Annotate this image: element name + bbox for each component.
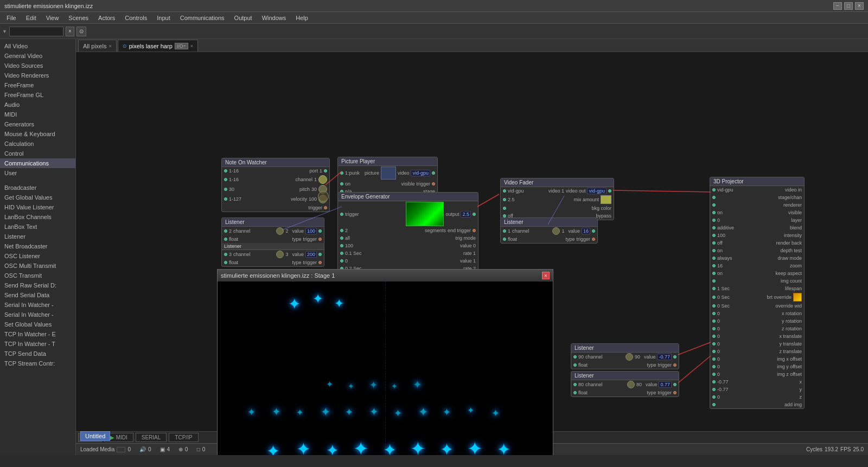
- tab-close-icon[interactable]: ×: [190, 43, 193, 49]
- input-port[interactable]: [712, 312, 716, 315]
- menu-controls[interactable]: Controls: [120, 14, 151, 22]
- input-port[interactable]: [712, 203, 716, 207]
- input-port[interactable]: [712, 373, 716, 376]
- sidebar-item-serial-in-watcher-1[interactable]: Serial In Watcher -: [0, 300, 75, 310]
- node-picture-player[interactable]: Picture Player 1:punk picture video vid-…: [337, 157, 438, 196]
- menu-actors[interactable]: Actors: [94, 14, 119, 22]
- sidebar-item-all-video[interactable]: All Video: [0, 41, 75, 51]
- camera-button[interactable]: ⊙: [76, 27, 86, 36]
- clear-search-button[interactable]: ×: [66, 27, 74, 36]
- sidebar-item-get-global-values[interactable]: Get Global Values: [0, 193, 75, 202]
- input-port[interactable]: [712, 211, 716, 214]
- sidebar-item-user[interactable]: User: [0, 168, 75, 178]
- input-port[interactable]: [712, 241, 716, 245]
- input-port[interactable]: [224, 253, 227, 256]
- input-port[interactable]: [224, 229, 227, 233]
- input-port[interactable]: [573, 383, 577, 386]
- input-port[interactable]: [712, 327, 716, 330]
- input-port[interactable]: [712, 319, 716, 323]
- input-port[interactable]: [503, 189, 506, 193]
- menu-help[interactable]: Help: [291, 14, 312, 22]
- sidebar-item-lanbox-channels[interactable]: LanBox Channels: [0, 212, 75, 222]
- menu-view[interactable]: View: [42, 14, 63, 22]
- sidebar-item-tcp-in-watcher-e[interactable]: TCP In Watcher - E: [0, 329, 75, 339]
- search-input[interactable]: [9, 27, 63, 36]
- bottom-tab-serial[interactable]: SERIAL: [136, 433, 167, 442]
- output-port[interactable]: [673, 383, 676, 386]
- input-port[interactable]: [712, 272, 716, 275]
- output-port[interactable]: [673, 355, 676, 359]
- input-port[interactable]: [573, 355, 577, 359]
- output-port[interactable]: [592, 229, 595, 233]
- sidebar-item-freeframe[interactable]: FreeFrame: [0, 80, 75, 90]
- sidebar-item-video-renderers[interactable]: Video Renderers: [0, 71, 75, 80]
- sidebar-item-tcp-in-watcher-t[interactable]: TCP In Watcher - T: [0, 339, 75, 349]
- sidebar-item-hid-value-listener[interactable]: HID Value Listener: [0, 202, 75, 212]
- input-port[interactable]: [712, 296, 716, 299]
- node-listener-4[interactable]: Listener 90 channel 90 value -0.77 float…: [571, 343, 679, 369]
- output-port[interactable]: [432, 171, 435, 175]
- trigger-port[interactable]: [673, 363, 676, 367]
- input-port[interactable]: [503, 238, 506, 241]
- trigger-port[interactable]: [318, 261, 322, 264]
- input-port[interactable]: [712, 287, 716, 290]
- knob[interactable]: [626, 353, 633, 361]
- trigger-port[interactable]: [432, 182, 435, 185]
- sidebar-item-set-global-values[interactable]: Set Global Values: [0, 319, 75, 329]
- close-button[interactable]: ×: [855, 2, 864, 10]
- trigger-port[interactable]: [592, 238, 595, 241]
- input-port[interactable]: [340, 171, 343, 175]
- input-port[interactable]: [712, 357, 716, 361]
- sidebar-item-midi[interactable]: MIDI: [0, 110, 75, 119]
- input-port[interactable]: [503, 207, 506, 210]
- knob[interactable]: [318, 175, 327, 184]
- input-port[interactable]: [712, 219, 716, 222]
- input-port[interactable]: [340, 213, 343, 216]
- trigger-port[interactable]: [473, 229, 476, 232]
- sidebar-item-calculation[interactable]: Calculation: [0, 139, 75, 149]
- menu-edit[interactable]: Edit: [22, 14, 41, 22]
- input-port[interactable]: [224, 169, 227, 172]
- knob[interactable]: [627, 381, 635, 388]
- sidebar-item-listener[interactable]: Listener: [0, 232, 75, 241]
- input-port[interactable]: [712, 249, 716, 252]
- sidebar-item-osc-multi-transmit[interactable]: OSC Multi Transmit: [0, 261, 75, 271]
- node-video-fader[interactable]: Video Fader vid-gpu video 1 video out vi…: [500, 178, 614, 220]
- input-port[interactable]: [712, 257, 716, 260]
- output-port[interactable]: [318, 253, 322, 256]
- input-port[interactable]: [224, 238, 227, 241]
- sidebar-item-send-serial-data[interactable]: Send Serial Data: [0, 290, 75, 300]
- input-port[interactable]: [712, 395, 716, 399]
- tab-pixels-laser-harp[interactable]: ⊙ pixels laser harp I/O÷ ×: [118, 40, 198, 52]
- sidebar-item-serial-in-watcher-2[interactable]: Serial In Watcher -: [0, 310, 75, 319]
- node-canvas[interactable]: Note On Watcher 1-16 port 1 1-16 channel…: [76, 52, 868, 455]
- input-port[interactable]: [712, 335, 716, 338]
- sidebar-item-osc-transmit[interactable]: OSC Transmit: [0, 271, 75, 280]
- input-port[interactable]: [503, 229, 506, 233]
- sidebar-item-tcp-stream[interactable]: TCP Stream Contr:: [0, 359, 75, 368]
- knob[interactable]: [276, 227, 284, 235]
- input-port[interactable]: [712, 188, 716, 191]
- bottom-tab-tcpip[interactable]: TCP/IP: [169, 433, 198, 442]
- input-port[interactable]: [712, 403, 716, 406]
- sidebar-item-net-broadcaster[interactable]: Net Broadcaster: [0, 241, 75, 251]
- sidebar-item-mouse-keyboard[interactable]: Mouse & Keyboard: [0, 129, 75, 139]
- output-port[interactable]: [318, 229, 322, 233]
- trigger-port[interactable]: [673, 391, 676, 394]
- input-port[interactable]: [712, 380, 716, 383]
- menu-file[interactable]: File: [2, 14, 21, 22]
- input-port[interactable]: [573, 391, 577, 394]
- trigger-port[interactable]: [324, 206, 327, 209]
- node-note-on-watcher[interactable]: Note On Watcher 1-16 port 1 1-16 channel…: [221, 158, 330, 212]
- node-3d-projector[interactable]: 3D Projector vid-gpu video in stage/chan…: [710, 177, 805, 409]
- knob[interactable]: [318, 195, 327, 203]
- sidebar-item-control[interactable]: Control: [0, 149, 75, 158]
- sidebar-item-audio[interactable]: Audio: [0, 100, 75, 110]
- output-port[interactable]: [324, 169, 327, 172]
- sidebar-item-video-sources[interactable]: Video Sources: [0, 61, 75, 71]
- stage-close-button[interactable]: ×: [542, 272, 550, 279]
- trigger-port[interactable]: [318, 238, 322, 241]
- untitled-button[interactable]: Untitled: [80, 431, 110, 441]
- sidebar-item-lanbox-text[interactable]: LanBox Text: [0, 222, 75, 232]
- sidebar-item-osc-listener[interactable]: OSC Listener: [0, 251, 75, 261]
